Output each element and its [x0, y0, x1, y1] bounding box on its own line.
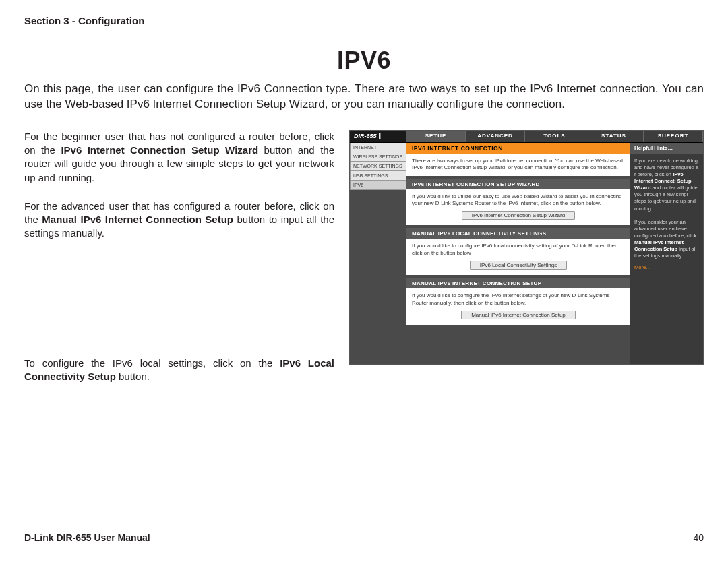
para3-a: To configure the IPv6 local settings, cl…: [24, 357, 280, 369]
sidebar-item-network[interactable]: NETWORK SETTINGS: [350, 162, 406, 171]
paragraph-local: To configure the IPv6 local settings, cl…: [24, 356, 334, 384]
tab-advanced[interactable]: ADVANCED: [466, 131, 525, 142]
section-header: Section 3 - Configuration: [24, 15, 704, 30]
footer-manual-name: D-Link DIR-655 User Manual: [24, 532, 150, 543]
orange-header: IPV6 INTERNET CONNECTION: [406, 143, 630, 154]
hints-more-link[interactable]: More…: [634, 264, 699, 271]
router-body: INTERNET WIRELESS SETTINGS NETWORK SETTI…: [350, 143, 703, 364]
manual-text: If you would like to configure the IPv6 …: [412, 292, 609, 305]
local-text: If you would like to configure IPv6 loca…: [412, 243, 618, 255]
manual-button[interactable]: Manual IPv6 Internet Connection Setup: [461, 311, 576, 319]
paragraph-advanced: For the advanced user that has configure…: [24, 199, 334, 241]
hints-sidebar: Helpful Hints… If you are new to network…: [630, 143, 703, 364]
tab-status[interactable]: STATUS: [584, 131, 644, 142]
spacer: [24, 255, 334, 356]
manual-panel: If you would like to configure the IPv6 …: [406, 288, 630, 325]
sidebar-item-internet[interactable]: INTERNET: [350, 143, 406, 152]
page-title: IPV6: [24, 46, 704, 75]
para1-bold: IPv6 Internet Connection Setup Wizard: [61, 144, 258, 156]
wizard-text: If you would link to utilize our easy to…: [412, 193, 622, 206]
local-panel: If you would like to configure IPv6 loca…: [406, 239, 630, 275]
intro-paragraph: On this page, the user can configure the…: [24, 82, 704, 113]
footer-page-number: 40: [693, 532, 704, 543]
hints-header: Helpful Hints…: [630, 143, 703, 154]
tab-support[interactable]: SUPPORT: [644, 131, 703, 142]
paragraph-beginner: For the beginner user that has not confi…: [24, 130, 334, 185]
local-button[interactable]: IPv6 Local Connectivity Settings: [470, 261, 567, 270]
sidebar-item-usb[interactable]: USB SETTINGS: [350, 171, 406, 181]
router-model-label: DIR-655|||: [350, 131, 406, 142]
router-top-bar: DIR-655||| SETUP ADVANCED TOOLS STATUS S…: [350, 131, 703, 143]
router-tabs: SETUP ADVANCED TOOLS STATUS SUPPORT: [406, 131, 703, 142]
manual-header: MANUAL IPV6 INTERNET CONNECTION SETUP: [406, 278, 630, 288]
wizard-header: IPV6 INTERNET CONNECTION SETUP WIZARD: [406, 179, 630, 189]
content-row: For the beginner user that has not confi…: [24, 130, 704, 398]
page-footer: D-Link DIR-655 User Manual 40: [24, 528, 704, 543]
sidebar-item-wireless[interactable]: WIRELESS SETTINGS: [350, 152, 406, 162]
router-sidebar: INTERNET WIRELESS SETTINGS NETWORK SETTI…: [350, 143, 406, 364]
tab-tools[interactable]: TOOLS: [525, 131, 584, 142]
router-screenshot: DIR-655||| SETUP ADVANCED TOOLS STATUS S…: [349, 130, 704, 365]
orange-header-text: There are two ways to set up your IPv6 i…: [406, 154, 630, 176]
hints-body: If you are new to networking and have ne…: [630, 154, 703, 274]
sidebar-item-ipv6[interactable]: IPV6: [350, 181, 406, 190]
wizard-panel: If you would link to utilize our easy to…: [406, 189, 630, 226]
wizard-button[interactable]: IPv6 Internet Connection Setup Wizard: [462, 211, 575, 220]
text-column: For the beginner user that has not confi…: [24, 130, 334, 398]
para2-bold: Manual IPv6 Internet Connection Setup: [42, 214, 233, 225]
router-main: IPV6 INTERNET CONNECTION There are two w…: [406, 143, 630, 364]
tab-setup[interactable]: SETUP: [406, 131, 466, 142]
para3-c: button.: [116, 371, 150, 382]
local-header: MANUAL IPV6 LOCAL CONNECTIVITY SETTINGS: [406, 228, 630, 239]
